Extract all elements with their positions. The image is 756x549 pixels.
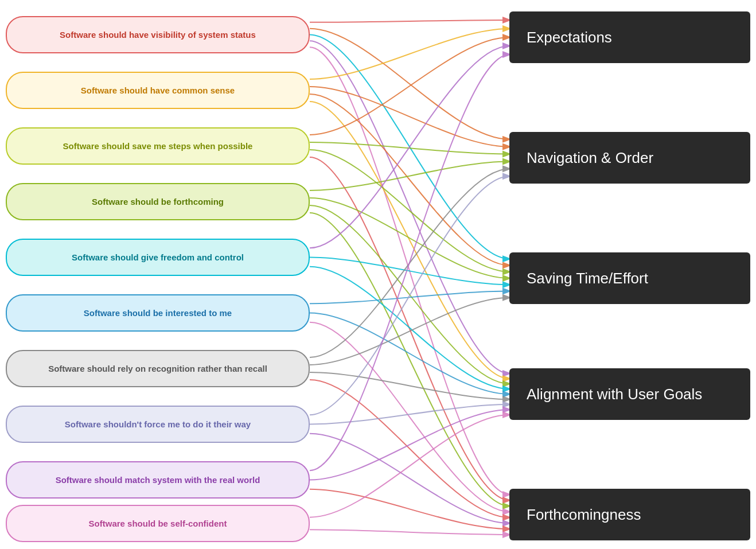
right-node-rn2: Saving Time/Effort <box>509 252 750 304</box>
left-node-ln8: Software should match system with the re… <box>6 461 310 499</box>
left-node-ln4: Software should give freedom and control <box>6 239 310 276</box>
right-node-rn3: Alignment with User Goals <box>509 368 750 420</box>
right-node-rn1: Navigation & Order <box>509 132 750 184</box>
left-node-ln2: Software should save me steps when possi… <box>6 127 310 165</box>
left-node-ln3: Software should be forthcoming <box>6 183 310 220</box>
right-node-rn4: Forthcomingness <box>509 489 750 540</box>
right-node-rn0: Expectations <box>509 11 750 63</box>
left-node-ln1: Software should have common sense <box>6 72 310 109</box>
left-node-ln0: Software should have visibility of syste… <box>6 16 310 53</box>
left-node-ln9: Software should be self-confident <box>6 505 310 542</box>
left-node-ln7: Software shouldn't force me to do it the… <box>6 406 310 443</box>
diagram-container: Software should have visibility of syste… <box>0 0 756 549</box>
left-node-ln5: Software should be interested to me <box>6 294 310 332</box>
left-node-ln6: Software should rely on recognition rath… <box>6 350 310 387</box>
